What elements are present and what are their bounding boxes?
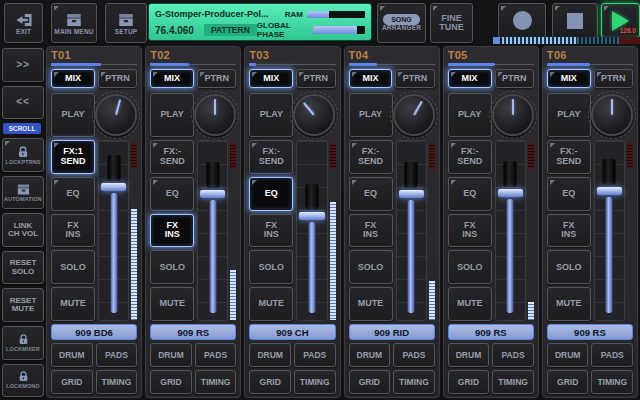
mix-button[interactable]: MIX [249, 69, 293, 88]
mix-button[interactable]: MIX [150, 69, 194, 88]
fx-send-button[interactable]: FX:-SEND [150, 140, 194, 174]
timing-button[interactable]: TIMING [195, 370, 237, 394]
pads-button[interactable]: PADS [492, 343, 534, 367]
fx-ins-button[interactable]: FXINS [448, 214, 492, 248]
sample-name-button[interactable]: 909 CH [249, 324, 335, 340]
drum-button[interactable]: DRUM [150, 343, 192, 367]
volume-fader[interactable] [98, 140, 129, 321]
reset-solo-button[interactable]: RESETSOLO [2, 251, 44, 285]
automation-button[interactable]: AUTOMATION [2, 176, 44, 210]
play-transport-button[interactable]: 126.0 [601, 3, 640, 38]
fx-send-button[interactable]: FX:-SEND [547, 140, 591, 174]
volume-knob[interactable] [492, 94, 534, 136]
solo-button[interactable]: SOLO [150, 250, 194, 284]
volume-knob[interactable] [194, 94, 236, 136]
fx-ins-button[interactable]: FXINS [51, 214, 95, 248]
lock-patterns-button[interactable]: LOCKPTRNS [2, 138, 44, 172]
solo-button[interactable]: SOLO [51, 250, 95, 284]
setup-button[interactable]: SETUP [105, 3, 147, 43]
fine-tune-button[interactable]: FINE TUNE [430, 3, 473, 43]
volume-fader[interactable] [594, 140, 625, 321]
eq-button[interactable]: EQ [51, 177, 95, 211]
record-button[interactable] [498, 3, 546, 38]
ptrn-button[interactable]: PTRN [197, 69, 236, 88]
grid-button[interactable]: GRID [547, 370, 589, 394]
scroll-left-button[interactable]: << [2, 86, 44, 120]
mute-button[interactable]: MUTE [51, 287, 95, 321]
mix-button[interactable]: MIX [51, 69, 95, 88]
sample-name-button[interactable]: 909 RID [349, 324, 435, 340]
volume-knob[interactable] [591, 94, 633, 136]
grid-button[interactable]: GRID [249, 370, 291, 394]
ptrn-button[interactable]: PTRN [395, 69, 434, 88]
ptrn-button[interactable]: PTRN [296, 69, 335, 88]
solo-button[interactable]: SOLO [249, 250, 293, 284]
solo-button[interactable]: SOLO [448, 250, 492, 284]
drum-button[interactable]: DRUM [349, 343, 391, 367]
pads-button[interactable]: PADS [195, 343, 237, 367]
play-button[interactable]: PLAY [547, 93, 591, 137]
scroll-right-button[interactable]: >> [2, 48, 44, 82]
pads-button[interactable]: PADS [591, 343, 633, 367]
solo-button[interactable]: SOLO [547, 250, 591, 284]
mute-button[interactable]: MUTE [547, 287, 591, 321]
fx-send-button[interactable]: FX:-SEND [349, 140, 393, 174]
fx-send-button[interactable]: FX:1SEND [51, 140, 95, 174]
volume-fader[interactable] [296, 140, 327, 321]
mute-button[interactable]: MUTE [349, 287, 393, 321]
volume-fader[interactable] [197, 140, 228, 321]
ptrn-button[interactable]: PTRN [495, 69, 534, 88]
play-button[interactable]: PLAY [150, 93, 194, 137]
drum-button[interactable]: DRUM [448, 343, 490, 367]
ptrn-button[interactable]: PTRN [594, 69, 633, 88]
volume-knob[interactable] [293, 94, 335, 136]
link-ch-vol-button[interactable]: LINKCH VOL [2, 213, 44, 247]
pads-button[interactable]: PADS [96, 343, 138, 367]
volume-fader[interactable] [396, 140, 427, 321]
play-button[interactable]: PLAY [448, 93, 492, 137]
lock-mixer-button[interactable]: LOCKMIXER [2, 326, 44, 360]
eq-button[interactable]: EQ [349, 177, 393, 211]
eq-button[interactable]: EQ [547, 177, 591, 211]
mute-button[interactable]: MUTE [249, 287, 293, 321]
timing-button[interactable]: TIMING [393, 370, 435, 394]
drum-button[interactable]: DRUM [51, 343, 93, 367]
timing-button[interactable]: TIMING [492, 370, 534, 394]
song-arranger-button[interactable]: SONG ARRANGER [377, 3, 426, 43]
pads-button[interactable]: PADS [393, 343, 435, 367]
main-menu-button[interactable]: MAIN MENU [51, 3, 97, 43]
fx-ins-button[interactable]: FXINS [349, 214, 393, 248]
timing-button[interactable]: TIMING [591, 370, 633, 394]
grid-button[interactable]: GRID [51, 370, 93, 394]
volume-fader[interactable] [495, 140, 526, 321]
drum-button[interactable]: DRUM [547, 343, 589, 367]
lock-mono-button[interactable]: LOCKMONO [2, 364, 44, 398]
mute-button[interactable]: MUTE [448, 287, 492, 321]
fx-ins-button[interactable]: FXINS [249, 214, 293, 248]
fx-ins-button[interactable]: FXINS [150, 214, 194, 248]
drum-button[interactable]: DRUM [249, 343, 291, 367]
grid-button[interactable]: GRID [448, 370, 490, 394]
mix-button[interactable]: MIX [349, 69, 393, 88]
play-button[interactable]: PLAY [51, 93, 95, 137]
timing-button[interactable]: TIMING [294, 370, 336, 394]
timing-button[interactable]: TIMING [96, 370, 138, 394]
ptrn-button[interactable]: PTRN [98, 69, 137, 88]
pattern-mode-chip[interactable]: PATTERN [204, 24, 257, 36]
pads-button[interactable]: PADS [294, 343, 336, 367]
grid-button[interactable]: GRID [349, 370, 391, 394]
sample-name-button[interactable]: 909 RS [448, 324, 534, 340]
fx-send-button[interactable]: FX:-SEND [448, 140, 492, 174]
fx-ins-button[interactable]: FXINS [547, 214, 591, 248]
mute-button[interactable]: MUTE [150, 287, 194, 321]
play-button[interactable]: PLAY [249, 93, 293, 137]
mix-button[interactable]: MIX [448, 69, 492, 88]
play-button[interactable]: PLAY [349, 93, 393, 137]
grid-button[interactable]: GRID [150, 370, 192, 394]
fx-send-button[interactable]: FX:-SEND [249, 140, 293, 174]
stop-button[interactable] [552, 3, 598, 38]
solo-button[interactable]: SOLO [349, 250, 393, 284]
sample-name-button[interactable]: 909 RS [547, 324, 633, 340]
eq-button[interactable]: EQ [150, 177, 194, 211]
eq-button[interactable]: EQ [448, 177, 492, 211]
